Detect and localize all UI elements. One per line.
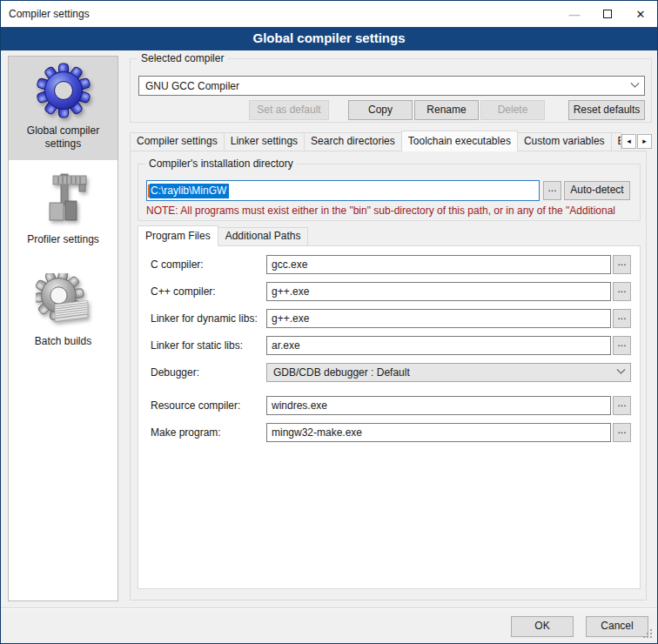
tab-scroll-buttons: ◂ ▸ (621, 134, 652, 149)
grey-gear-stack-icon (36, 273, 91, 329)
browse-cpp-compiler-button[interactable]: ... (613, 282, 631, 301)
field-label: Make program: (151, 426, 266, 439)
close-icon: ✕ (636, 8, 646, 21)
rename-button[interactable]: Rename (414, 100, 479, 120)
field-label: Resource compiler: (151, 399, 266, 412)
sidebar-item-global-compiler-settings[interactable]: Global compiler settings (9, 57, 118, 160)
debugger-select[interactable]: GDB/CDB debugger : Default (266, 363, 631, 382)
compiler-settings-dialog: Compiler settings — ✕ Global compiler se… (0, 0, 658, 644)
cpp-compiler-input[interactable] (266, 282, 611, 301)
tab-program-files[interactable]: Program Files (138, 225, 218, 246)
field-label: Linker for static libs: (151, 339, 266, 352)
browse-make-program-button[interactable]: ... (613, 423, 631, 442)
tab-compiler-settings[interactable]: Compiler settings (130, 132, 225, 151)
form-row-debugger: Debugger: GDB/CDB debugger : Default (151, 362, 631, 382)
tab-build-options[interactable]: Build (611, 132, 621, 151)
sidebar-item-label: Batch builds (31, 335, 95, 348)
form-row-static-linker: Linker for static libs: ... (151, 335, 631, 355)
browse-dynamic-linker-button[interactable]: ... (613, 309, 631, 328)
c-compiler-input[interactable] (266, 255, 611, 274)
program-files-page: C compiler: ... C++ compiler: ... Linker… (138, 245, 641, 589)
tab-additional-paths[interactable]: Additional Paths (218, 227, 309, 245)
program-files-tabstrip: Program Files Additional Paths (138, 226, 308, 245)
settings-category-list: Global compiler settings Profiler s (8, 56, 118, 601)
form-row-c-compiler: C compiler: ... (151, 254, 631, 274)
close-button[interactable]: ✕ (624, 1, 657, 27)
set-as-default-button[interactable]: Set as default (249, 100, 329, 120)
compiler-select[interactable]: GNU GCC Compiler (138, 76, 645, 96)
browse-c-compiler-button[interactable]: ... (613, 255, 631, 274)
debugger-select-value: GDB/CDB debugger : Default (273, 366, 410, 379)
field-label: Debugger: (151, 366, 266, 379)
arrow-right-icon: ▸ (642, 137, 647, 145)
sidebar-item-label: Profiler settings (24, 233, 103, 246)
group-label: Compiler's installation directory (145, 158, 297, 170)
installation-directory-input[interactable]: C:\raylib\MinGW (146, 180, 540, 201)
tab-toolchain-executables[interactable]: Toolchain executables (401, 131, 518, 151)
cancel-button[interactable]: Cancel (586, 616, 648, 637)
form-row-cpp-compiler: C++ compiler: ... (151, 281, 631, 301)
field-label: Linker for dynamic libs: (151, 312, 266, 325)
form-row-resource-compiler: Resource compiler: ... (151, 395, 631, 415)
footer-divider (1, 607, 657, 608)
sidebar-item-label: Global compiler settings (9, 124, 118, 151)
toolchain-executables-page: Compiler's installation directory C:\ray… (130, 151, 647, 600)
form-row-make-program: Make program: ... (151, 422, 631, 442)
static-linker-input[interactable] (266, 336, 611, 355)
tab-search-directories[interactable]: Search directories (304, 132, 402, 151)
caliper-icon (36, 171, 91, 227)
tab-custom-variables[interactable]: Custom variables (517, 132, 612, 151)
sidebar-item-profiler-settings[interactable]: Profiler settings (9, 160, 118, 263)
ok-button[interactable]: OK (511, 616, 574, 637)
maximize-button[interactable] (591, 1, 624, 27)
make-program-input[interactable] (266, 423, 611, 442)
minimize-button[interactable]: — (558, 1, 591, 27)
installation-directory-value: C:\raylib\MinGW (150, 184, 229, 198)
blue-gear-icon (36, 63, 91, 118)
browse-directory-button[interactable]: ... (543, 181, 561, 200)
form-row-dynamic-linker: Linker for dynamic libs: ... (151, 308, 631, 328)
browse-static-linker-button[interactable]: ... (613, 336, 631, 355)
titlebar: Compiler settings — ✕ (1, 1, 657, 27)
settings-tabstrip: Compiler settings Linker settings Search… (130, 131, 652, 151)
browse-resource-compiler-button[interactable]: ... (613, 396, 631, 415)
compiler-select-value: GNU GCC Compiler (145, 80, 239, 92)
chevron-down-icon (631, 79, 640, 88)
delete-button[interactable]: Delete (480, 100, 545, 120)
tab-scroll-right-button[interactable]: ▸ (637, 134, 652, 149)
resource-compiler-input[interactable] (266, 396, 611, 415)
field-label: C compiler: (151, 258, 266, 271)
resize-grip[interactable] (643, 629, 654, 640)
note-text: NOTE: All programs must exist either in … (146, 205, 655, 217)
tab-linker-settings[interactable]: Linker settings (224, 132, 305, 151)
window-controls: — ✕ (558, 1, 657, 27)
tab-scroll-left-button[interactable]: ◂ (621, 134, 636, 149)
field-label: C++ compiler: (151, 285, 266, 298)
copy-button[interactable]: Copy (348, 100, 413, 120)
group-label: Selected compiler (138, 52, 227, 64)
dynamic-linker-input[interactable] (266, 309, 611, 328)
chevron-down-icon (617, 366, 626, 374)
auto-detect-button[interactable]: Auto-detect (564, 181, 630, 200)
minimize-icon: — (569, 8, 581, 21)
page-title: Global compiler settings (1, 27, 657, 50)
sidebar-item-batch-builds[interactable]: Batch builds (9, 263, 118, 372)
window-title: Compiler settings (1, 8, 90, 20)
maximize-icon (603, 10, 612, 18)
arrow-left-icon: ◂ (627, 137, 631, 145)
reset-defaults-button[interactable]: Reset defaults (568, 100, 645, 120)
